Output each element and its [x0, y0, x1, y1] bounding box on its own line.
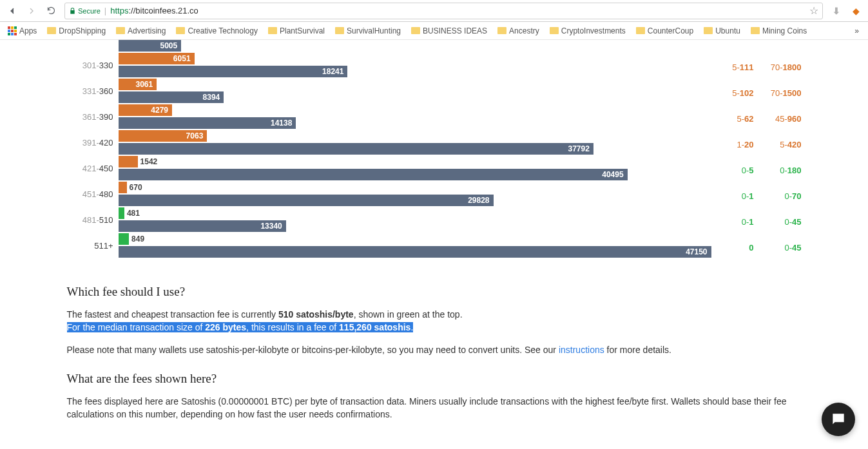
pdf-extension-icon[interactable]: ⬇: [830, 5, 843, 17]
fee-row: 451-480670298280-10-70: [67, 182, 802, 207]
fee-range-label: 511+: [67, 233, 119, 251]
bar-group: 48113340: [119, 207, 711, 233]
separator: |: [104, 6, 106, 15]
folder-icon: [47, 27, 56, 34]
bookmarks-bar: Apps DropShippingAdvertisingCreative Tec…: [0, 22, 868, 40]
bookmark-label: Creative Technology: [188, 26, 258, 35]
fee-range-label: 361-390: [67, 104, 119, 122]
fee-range-label: 481-510: [67, 207, 119, 225]
bookmark-ubuntu[interactable]: Ubuntu: [699, 24, 746, 38]
bookmark-label: BUSINESS IDEAS: [423, 26, 487, 35]
bar-group: 605118241: [119, 53, 711, 79]
unconfirmed-bar: 849: [119, 233, 130, 245]
unconfirmed-bar: 670: [119, 182, 127, 193]
fee-row: 421-4501542404950-50-180: [67, 156, 802, 182]
fee-range-label: 391-420: [67, 130, 119, 148]
what-fees-heading: What are the fees shown here?: [67, 372, 802, 386]
folder-icon: [704, 27, 713, 34]
bookmark-star-icon[interactable]: ☆: [809, 5, 818, 17]
bookmark-label: CryptoInvestments: [561, 26, 626, 35]
fee-range-label: 451-480: [67, 182, 119, 199]
bookmark-label: SurvivalHunting: [347, 26, 401, 35]
forward-button[interactable]: [23, 3, 40, 19]
secure-lock-icon: Secure: [69, 7, 101, 15]
fee-row: 331-360306183945-10270-1500: [67, 79, 802, 104]
bookmark-advertising[interactable]: Advertising: [111, 24, 171, 38]
folder-icon: [497, 27, 506, 34]
time-estimate: 0-50-180: [711, 156, 802, 183]
chat-widget[interactable]: [822, 403, 855, 436]
time-estimate: [711, 40, 802, 41]
bookmark-plantsurvival[interactable]: PlantSurvival: [263, 24, 330, 38]
bar-group: 84947150: [119, 233, 711, 259]
fee-row: 301-3306051182415-11170-1800: [67, 53, 802, 79]
fee-range-label: 331-360: [67, 79, 119, 96]
bookmark-label: Mining Coins: [762, 26, 807, 35]
unconfirmed-bar: 4279: [119, 104, 172, 116]
metamask-extension-icon[interactable]: ◆: [849, 5, 862, 17]
bookmark-dropshipping[interactable]: DropShipping: [42, 24, 111, 38]
time-estimate: 00-45: [711, 233, 802, 260]
mempool-bar: 13340: [119, 220, 286, 232]
bookmark-countercoup[interactable]: CounterCoup: [631, 24, 699, 38]
unconfirmed-bar: 6051: [119, 53, 195, 64]
bookmark-survivalhunting[interactable]: SurvivalHunting: [330, 24, 406, 38]
folder-icon: [268, 27, 277, 34]
mempool-bar: 18241: [119, 66, 348, 77]
unconfirmed-bar: 3061: [119, 79, 157, 90]
folder-icon: [176, 27, 185, 34]
mempool-bar: 29828: [119, 195, 494, 206]
bookmarks-overflow[interactable]: »: [849, 24, 864, 38]
address-bar[interactable]: Secure | https://bitcoinfees.21.co ☆: [64, 3, 823, 19]
time-estimate: 1-205-420: [711, 130, 802, 157]
page-content: 5005301-3306051182415-11170-1800331-3603…: [0, 40, 868, 449]
folder-icon: [550, 27, 559, 34]
bar-group: 67029828: [119, 182, 711, 207]
browser-toolbar: Secure | https://bitcoinfees.21.co ☆ ⬇ ◆: [0, 0, 868, 22]
unit-note-text: Please note that many wallets use satosh…: [67, 343, 802, 356]
mempool-bar: 5005: [119, 40, 182, 52]
time-estimate: 0-10-70: [711, 182, 802, 209]
time-estimate: 5-6245-960: [711, 104, 802, 131]
reload-button[interactable]: [43, 3, 59, 19]
instructions-link[interactable]: instructions: [559, 345, 604, 355]
folder-icon: [411, 27, 420, 34]
time-estimate: 5-10270-1500: [711, 79, 802, 106]
folder-icon: [335, 27, 344, 34]
apps-grid-icon: [8, 26, 17, 35]
bookmark-label: Ubuntu: [715, 26, 740, 35]
bar-group: 427914138: [119, 104, 711, 130]
fees-explanation-text: The fees displayed here are Satoshis (0.…: [67, 395, 802, 421]
bookmark-business-ideas[interactable]: BUSINESS IDEAS: [406, 24, 492, 38]
unconfirmed-bar: 7063: [119, 130, 207, 142]
which-fee-heading: Which fee should I use?: [67, 285, 802, 299]
folder-icon: [116, 27, 125, 34]
bookmark-mining-coins[interactable]: Mining Coins: [746, 24, 812, 38]
bookmark-label: Advertising: [128, 26, 166, 35]
bookmark-cryptoinvestments[interactable]: CryptoInvestments: [545, 24, 631, 38]
bar-group: 30618394: [119, 79, 711, 104]
secure-label: Secure: [78, 7, 101, 15]
fee-row: 361-3904279141385-6245-960: [67, 104, 802, 130]
bookmark-label: PlantSurvival: [280, 26, 325, 35]
back-button[interactable]: [4, 3, 21, 19]
fee-range-label: 421-450: [67, 156, 119, 173]
apps-button[interactable]: Apps: [4, 24, 41, 38]
mempool-bar: 8394: [119, 91, 224, 103]
mempool-bar: 14138: [119, 117, 296, 129]
time-estimate: 0-10-45: [711, 207, 802, 234]
bookmark-creative-technology[interactable]: Creative Technology: [171, 24, 263, 38]
unconfirmed-bar: 1542: [119, 156, 138, 167]
folder-icon: [636, 27, 645, 34]
fee-range-label: 301-330: [67, 53, 119, 70]
url: https://bitcoinfees.21.co: [110, 6, 198, 15]
fee-row: 481-510481133400-10-45: [67, 207, 802, 233]
mempool-bar: 37792: [119, 143, 593, 155]
bookmark-label: DropShipping: [59, 26, 106, 35]
apps-label: Apps: [19, 26, 37, 35]
bookmark-ancestry[interactable]: Ancestry: [492, 24, 545, 38]
bookmark-label: Ancestry: [509, 26, 539, 35]
bookmark-label: CounterCoup: [648, 26, 693, 35]
folder-icon: [751, 27, 760, 34]
bar-group: 154240495: [119, 156, 711, 182]
